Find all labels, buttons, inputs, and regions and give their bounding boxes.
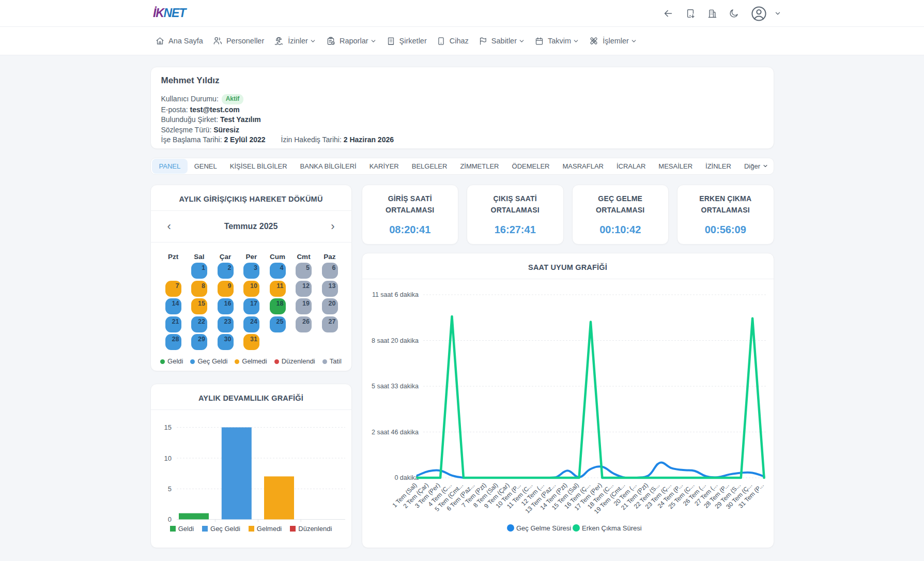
svg-text:0 dakika: 0 dakika xyxy=(394,474,419,481)
svg-text:0: 0 xyxy=(167,515,171,523)
svg-text:8 saat 20 dakika: 8 saat 20 dakika xyxy=(371,337,418,344)
svg-text:10: 10 xyxy=(164,454,171,462)
svg-text:Erken Çıkma Süresi: Erken Çıkma Süresi xyxy=(582,524,642,532)
svg-text:Geç Gelme Süresi: Geç Gelme Süresi xyxy=(516,524,571,532)
svg-text:15: 15 xyxy=(164,423,171,431)
svg-text:2 saat 46 dakika: 2 saat 46 dakika xyxy=(371,429,418,436)
svg-text:5: 5 xyxy=(167,485,171,493)
svg-text:5 saat 33 dakika: 5 saat 33 dakika xyxy=(371,383,418,390)
svg-text:11 saat 6 dakika: 11 saat 6 dakika xyxy=(372,291,418,298)
